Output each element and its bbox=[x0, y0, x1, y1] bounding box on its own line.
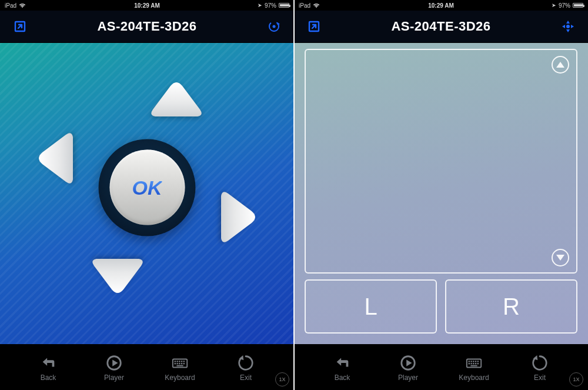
mouse-buttons: L R bbox=[305, 279, 577, 334]
svg-rect-11 bbox=[183, 361, 185, 362]
expand-icon[interactable] bbox=[306, 18, 322, 35]
ok-button[interactable]: OK bbox=[109, 150, 185, 225]
expand-icon[interactable] bbox=[12, 18, 28, 35]
dpad-center-ring: OK bbox=[99, 139, 196, 236]
clock: 10:29 AM bbox=[294, 2, 588, 9]
keyboard-button[interactable]: Keyboard bbox=[450, 354, 497, 382]
mouse-right-label: R bbox=[503, 294, 520, 320]
play-circle-icon bbox=[399, 354, 417, 372]
clock: 10:29 AM bbox=[0, 2, 294, 9]
scroll-up-button[interactable] bbox=[552, 56, 569, 74]
svg-marker-25 bbox=[556, 62, 564, 68]
mode-move-icon[interactable] bbox=[560, 18, 576, 35]
play-circle-icon bbox=[105, 354, 123, 372]
svg-rect-17 bbox=[176, 365, 183, 366]
svg-rect-30 bbox=[469, 361, 470, 362]
keyboard-icon bbox=[171, 354, 189, 372]
back-label: Back bbox=[335, 374, 350, 382]
zoom-badge[interactable]: 1X bbox=[569, 372, 583, 386]
svg-rect-33 bbox=[475, 361, 476, 362]
svg-rect-10 bbox=[181, 361, 182, 362]
exit-button[interactable]: Exit bbox=[222, 354, 269, 382]
dpad: OK bbox=[35, 76, 259, 299]
svg-rect-35 bbox=[469, 363, 470, 364]
exit-icon bbox=[531, 354, 549, 372]
svg-rect-7 bbox=[175, 361, 176, 362]
svg-rect-13 bbox=[176, 363, 178, 364]
svg-point-24 bbox=[566, 25, 570, 28]
exit-label: Exit bbox=[240, 374, 252, 382]
scroll-down-button[interactable] bbox=[552, 249, 569, 266]
svg-marker-22 bbox=[562, 25, 565, 28]
svg-rect-34 bbox=[477, 361, 479, 362]
app-header: AS-204TE-3D26 bbox=[0, 11, 294, 43]
keyboard-label: Keyboard bbox=[459, 374, 489, 382]
svg-rect-38 bbox=[475, 363, 476, 364]
page-title: AS-204TE-3D26 bbox=[322, 19, 560, 34]
svg-rect-14 bbox=[179, 363, 180, 364]
svg-marker-23 bbox=[571, 25, 574, 28]
exit-button[interactable]: Exit bbox=[516, 354, 563, 382]
svg-rect-9 bbox=[179, 361, 180, 362]
back-icon bbox=[333, 354, 351, 372]
toolbar: Back Player Keyboard Exit bbox=[0, 344, 294, 390]
back-icon bbox=[39, 354, 57, 372]
svg-marker-21 bbox=[566, 29, 570, 32]
svg-rect-32 bbox=[473, 361, 474, 362]
keyboard-icon bbox=[465, 354, 483, 372]
chevron-up-icon bbox=[556, 62, 564, 68]
exit-label: Exit bbox=[534, 374, 546, 382]
player-button[interactable]: Player bbox=[385, 354, 432, 382]
status-bar: iPad 10:29 AM ➤ 97% bbox=[294, 0, 588, 11]
svg-rect-40 bbox=[470, 365, 477, 366]
keyboard-label: Keyboard bbox=[165, 374, 195, 382]
svg-rect-31 bbox=[470, 361, 472, 362]
battery-icon bbox=[279, 3, 289, 8]
pane-divider bbox=[293, 0, 295, 390]
svg-rect-8 bbox=[176, 361, 178, 362]
svg-marker-26 bbox=[556, 255, 564, 261]
chevron-down-icon bbox=[556, 255, 564, 261]
back-button[interactable]: Back bbox=[25, 354, 72, 382]
touchpad[interactable] bbox=[305, 49, 577, 274]
exit-icon bbox=[237, 354, 255, 372]
mouse-left-button[interactable]: L bbox=[305, 279, 437, 334]
right-pane: iPad 10:29 AM ➤ 97% AS-204TE-3D26 bbox=[294, 0, 588, 390]
touchpad-area: L R bbox=[294, 43, 588, 344]
status-bar: iPad 10:29 AM ➤ 97% bbox=[0, 0, 294, 11]
player-label: Player bbox=[398, 374, 418, 382]
svg-rect-12 bbox=[175, 363, 176, 364]
left-pane: iPad 10:29 AM ➤ 97% AS-204TE-3D26 bbox=[0, 0, 294, 390]
toolbar: Back Player Keyboard Exit bbox=[294, 344, 588, 390]
svg-marker-5 bbox=[112, 359, 118, 366]
dpad-area: OK bbox=[0, 43, 294, 344]
ok-label: OK bbox=[132, 176, 162, 199]
battery-icon bbox=[573, 3, 583, 8]
svg-marker-20 bbox=[566, 21, 570, 24]
svg-rect-16 bbox=[183, 363, 185, 364]
mouse-left-label: L bbox=[364, 294, 377, 320]
page-title: AS-204TE-3D26 bbox=[28, 19, 266, 34]
svg-rect-36 bbox=[470, 363, 472, 364]
app-header: AS-204TE-3D26 bbox=[294, 11, 588, 43]
svg-rect-39 bbox=[477, 363, 479, 364]
back-label: Back bbox=[41, 374, 56, 382]
svg-rect-15 bbox=[181, 363, 182, 364]
back-button[interactable]: Back bbox=[319, 354, 366, 382]
zoom-badge[interactable]: 1X bbox=[275, 372, 289, 386]
mode-rotary-icon[interactable] bbox=[266, 18, 282, 35]
keyboard-button[interactable]: Keyboard bbox=[156, 354, 203, 382]
svg-point-3 bbox=[273, 25, 276, 28]
player-button[interactable]: Player bbox=[91, 354, 138, 382]
svg-marker-28 bbox=[406, 359, 412, 366]
mouse-right-button[interactable]: R bbox=[445, 279, 577, 334]
player-label: Player bbox=[104, 374, 124, 382]
svg-rect-37 bbox=[473, 363, 474, 364]
